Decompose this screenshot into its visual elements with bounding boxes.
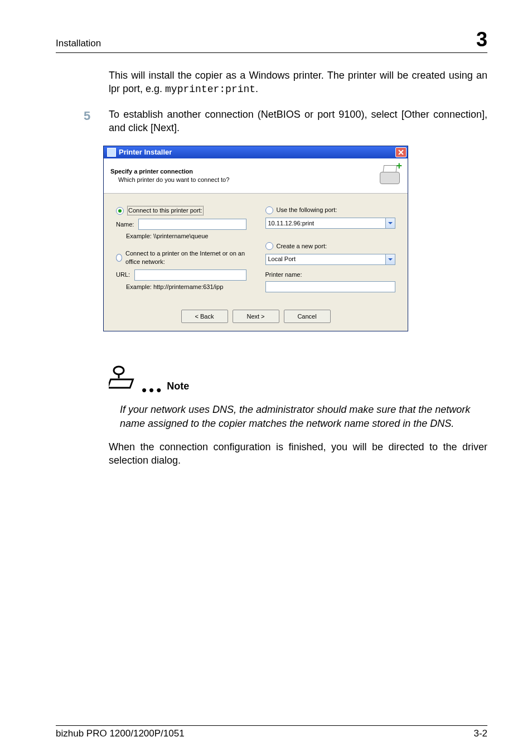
select-value: Local Port [266,254,386,264]
titlebar[interactable]: Printer Installer [104,146,408,158]
radio-label: Connect to this printer port: [127,206,204,215]
note-dots: ••• [142,389,163,391]
url-label: URL: [116,271,130,279]
chevron-down-icon [385,254,395,264]
next-button[interactable]: Next > [233,310,279,323]
footer-right: 3-2 [473,728,487,739]
step-text: To establish another connection (NetBIOS… [109,108,487,135]
chevron-down-icon [385,218,395,228]
printer-name-label: Printer name: [265,271,396,279]
radio-use-port[interactable]: Use the following port: [265,206,396,214]
code-text: myprinter:print [165,84,255,95]
radio-create-port[interactable]: Create a new port: [265,242,396,251]
note-block: ••• Note If your network uses DNS, the a… [109,365,487,430]
use-port-select[interactable]: 10.11.12.96:print [265,218,396,229]
printer-name-input[interactable] [265,281,396,292]
paragraph-after: When the connection configuration is fin… [109,440,487,468]
note-label: Note [167,379,189,393]
radio-icon [116,254,122,262]
close-button[interactable] [395,147,407,157]
section-title: Installation [56,38,101,49]
text: . [255,83,258,94]
note-icon [109,365,139,393]
dialog-title: Printer Installer [119,147,172,157]
radio-connect-port[interactable]: Connect to this printer port: [116,206,246,215]
dialog-header-title: Specify a printer connection [110,167,378,176]
radio-internet[interactable]: Connect to a printer on the Internet or … [116,249,246,266]
page-header: Installation 3 [56,28,487,53]
radio-icon [116,207,124,215]
cancel-button[interactable]: Cancel [284,310,331,323]
app-icon [107,148,116,157]
close-icon [398,150,404,155]
svg-point-0 [114,367,124,374]
dialog-header-sub: Which printer do you want to connect to? [118,176,378,184]
footer-left: bizhub PRO 1200/1200P/1051 [56,728,185,739]
printer-icon: + [378,164,401,187]
name-label: Name: [116,220,134,229]
printer-installer-dialog: Printer Installer Specify a printer conn… [103,146,408,331]
back-button[interactable]: < Back [181,310,228,323]
step-5: 5 To establish another connection (NetBI… [109,108,487,135]
name-input[interactable] [138,219,246,230]
name-example: Example: \\printername\queue [126,232,246,240]
radio-label: Create a new port: [277,242,327,251]
radio-label: Use the following port: [277,206,337,214]
page-footer: bizhub PRO 1200/1200P/1051 3-2 [56,725,487,739]
paragraph-install: This will install the copier as a Window… [109,69,487,97]
url-example: Example: http://printername:631/ipp [126,283,246,291]
step-number: 5 [84,108,109,135]
dialog-header: Specify a printer connection Which print… [104,158,408,194]
radio-icon [265,206,273,214]
radio-icon [265,242,273,250]
note-text: If your network uses DNS, the administra… [120,403,487,430]
chapter-number: 3 [476,28,487,51]
select-value: 10.11.12.96:print [266,218,386,228]
radio-label: Connect to a printer on the Internet or … [125,249,246,266]
url-input[interactable] [134,269,246,281]
create-port-select[interactable]: Local Port [265,254,396,265]
